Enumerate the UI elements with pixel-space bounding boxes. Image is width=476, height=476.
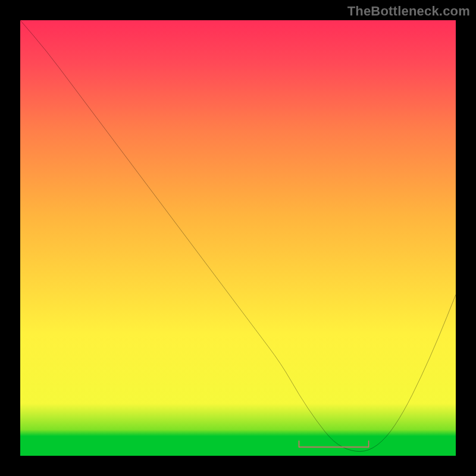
optimal-range-marker xyxy=(299,441,368,447)
bottleneck-curve xyxy=(20,20,456,452)
plot-area xyxy=(20,20,456,456)
watermark-text: TheBottleneck.com xyxy=(347,4,470,19)
chart-container: TheBottleneck.com xyxy=(0,0,476,476)
curve-overlay xyxy=(20,20,456,456)
